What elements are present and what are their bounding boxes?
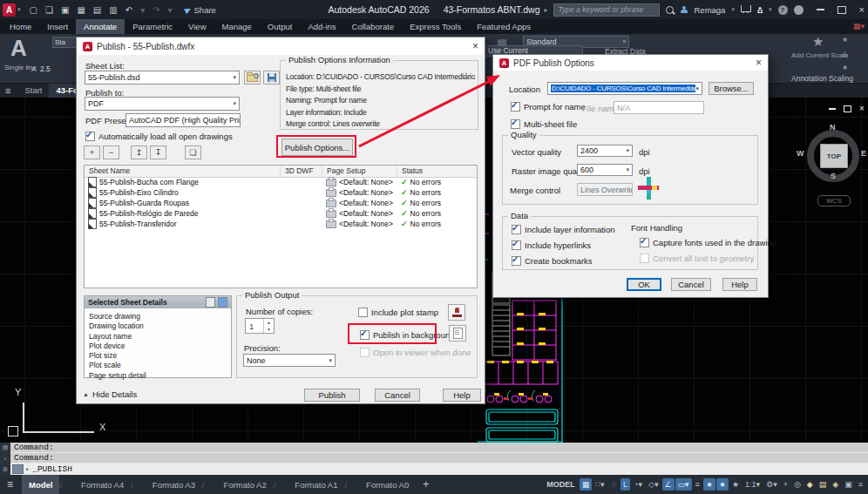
ribbon-tab[interactable]: Featured Apps	[469, 19, 539, 34]
save-icon[interactable]: ▣	[61, 5, 69, 15]
isodraft-icon[interactable]: ◇▾	[646, 478, 661, 491]
raster-quality-select[interactable]: 600▾	[577, 164, 633, 176]
precision-select[interactable]: None▾	[243, 354, 336, 367]
open-icon[interactable]: ❏	[45, 5, 53, 15]
ribbon-tab[interactable]: Annotate	[76, 19, 125, 34]
minimize-button[interactable]	[817, 9, 824, 10]
autodesk-icon[interactable]: ∆	[757, 5, 763, 15]
add-current-scale-icon[interactable]: ★	[812, 34, 824, 50]
pdf-help-button[interactable]: Help	[722, 278, 757, 291]
details-blue-icon[interactable]	[218, 297, 227, 308]
search-icon[interactable]	[666, 6, 674, 14]
ribbon-tab[interactable]: Insert	[39, 19, 76, 34]
new-icon[interactable]: ▢	[30, 5, 37, 15]
drawing-restore-icon[interactable]	[844, 105, 851, 112]
add-sheets-button[interactable]: +	[84, 145, 100, 159]
ribbon-tab[interactable]: Output	[260, 19, 301, 34]
file-tab-menu-icon[interactable]: ≡	[5, 85, 10, 96]
capture-fonts-checkbox[interactable]: Capture fonts used in the drawing	[640, 238, 776, 247]
viewcube-north[interactable]: N	[830, 123, 836, 132]
command-collapse-icon[interactable]: ‹	[4, 456, 6, 462]
ribbon-tab[interactable]: Parametric	[125, 19, 180, 34]
undo-caret-icon[interactable]: ▾	[140, 5, 145, 15]
location-select[interactable]: D:\CUIDADO - CURSOS\Curso CAD Intermediá…	[547, 82, 702, 95]
55-Publish-Eixo Cilindro[interactable]: 55-Publish-Eixo Cilindro <Default: None>…	[85, 187, 477, 198]
hyperlinks-checkbox[interactable]: Include hyperlinks	[512, 240, 591, 250]
hardware-accel-icon[interactable]: ◆	[804, 478, 816, 491]
copy-details-icon[interactable]	[206, 297, 215, 308]
user-name[interactable]: Remaga	[694, 5, 725, 15]
move-sheet-down-button[interactable]: ↧	[150, 145, 166, 159]
command-input[interactable]: ▾ _PUBLISH	[10, 464, 868, 475]
osnap-tracking-icon[interactable]: ∠	[662, 478, 675, 491]
55-Publish-Transferidor[interactable]: 55-Publish-Transferidor <Default: None> …	[85, 219, 477, 229]
file-tab-start[interactable]: Start	[17, 85, 49, 95]
snap-mode-icon[interactable]: ∷▾	[593, 478, 607, 491]
copies-stepper[interactable]: 1 ▲▼	[245, 318, 275, 334]
publish-dialog-titlebar[interactable]: A Publish - 55-Publish.dwfx ×	[77, 37, 485, 55]
command-history-icon[interactable]: ▤	[3, 444, 9, 451]
ribbon-tab[interactable]: Home	[2, 19, 39, 34]
plot-status-icon[interactable]: ▤	[817, 478, 830, 491]
redo-icon[interactable]: ↷	[153, 5, 159, 15]
layout-tab[interactable]: Formato A0	[344, 475, 416, 494]
close-button[interactable]: ×	[859, 4, 865, 15]
pdf-cancel-button[interactable]: Cancel	[671, 278, 711, 291]
layout-tab[interactable]: Formato A1	[274, 475, 345, 494]
layout-tab[interactable]: Formato A2	[202, 475, 274, 494]
prompt-for-name-checkbox[interactable]: Prompt for name	[511, 102, 586, 112]
app-menu-caret-icon[interactable]: ▾	[17, 6, 21, 13]
layout-tab[interactable]: Model	[22, 475, 59, 494]
ribbon-display-icon[interactable]: ▦▾	[853, 22, 865, 30]
pdf-dialog-titlebar[interactable]: A PDF Publish Options ×	[493, 55, 768, 71]
app-menu-button[interactable]: A	[3, 3, 16, 17]
cart-icon[interactable]	[741, 5, 751, 12]
saveas-icon[interactable]: ▦	[77, 5, 85, 15]
ribbon-tab[interactable]: Collaborate	[344, 19, 403, 34]
autoscale-icon[interactable]: ★	[716, 478, 729, 491]
publish-button[interactable]: Publish	[304, 389, 360, 402]
load-sheet-list-button[interactable]	[244, 71, 261, 85]
annotation-visibility-icon[interactable]: ★	[703, 478, 715, 491]
drawing-minimize-icon[interactable]	[829, 108, 836, 110]
multi-sheet-checkbox[interactable]: Multi-sheet file	[511, 119, 577, 129]
save-sheet-list-button[interactable]	[263, 71, 280, 85]
wcs-badge[interactable]: WCS	[817, 195, 851, 206]
browse-button[interactable]: Browse...	[709, 82, 754, 95]
ribbon-tab[interactable]: Manage	[214, 19, 260, 34]
autodesk-caret-icon[interactable]: ▾	[769, 6, 772, 13]
publish-dialog-close-icon[interactable]: ×	[472, 40, 478, 52]
sheet-list-select[interactable]: 55-Publish.dsd▾	[85, 71, 240, 85]
viewcube-top-face[interactable]: TOP	[820, 144, 848, 168]
model-space-label[interactable]: MODEL	[546, 480, 575, 489]
pdf-preset-select[interactable]: AutoCAD PDF (High Quality Print)▾	[125, 113, 241, 127]
viewer-settings-button[interactable]	[449, 325, 466, 342]
stepper-up-icon[interactable]: ▲	[267, 320, 271, 325]
grid-display-icon[interactable]: ▦	[580, 478, 593, 491]
share-button[interactable]: ▶Share	[185, 5, 216, 15]
add-current-scale-button[interactable]: Add Current Scale	[791, 51, 847, 59]
command-tools-icon[interactable]: ⚙	[3, 466, 8, 473]
auto-load-checkbox[interactable]: Automatically load all open drawings	[85, 132, 233, 141]
publish-to-select[interactable]: PDF▾	[85, 97, 240, 111]
merge-control-select[interactable]: Lines Overwrite▾	[577, 183, 633, 196]
object-snap-icon[interactable]: ▭▾	[675, 478, 692, 491]
layer-info-checkbox[interactable]: Include layer information	[512, 225, 615, 234]
55-Publish-Relógio de Parede[interactable]: 55-Publish-Relógio de Parede <Default: N…	[85, 208, 477, 219]
new-layout-button[interactable]: +	[423, 478, 429, 491]
isolate-objects-icon[interactable]: ◎	[791, 478, 804, 491]
hide-details-button[interactable]: ▲ Hide Details	[83, 389, 137, 399]
55-Publish-Bucha com Flange[interactable]: 55-Publish-Bucha com Flange <Default: No…	[85, 177, 477, 187]
ok-button[interactable]: OK	[627, 278, 661, 291]
layout-tab[interactable]: Formato A4	[59, 475, 131, 494]
viewcube-east[interactable]: E	[861, 149, 866, 158]
assistant-icon[interactable]	[794, 5, 804, 15]
search-input[interactable]: Type a keyword or phrase	[553, 3, 660, 17]
polar-tracking-icon[interactable]: ◔▾	[631, 478, 645, 491]
layout-tab[interactable]: Formato A3	[131, 475, 202, 494]
crosshair-icon[interactable]: +	[781, 478, 790, 491]
viewcube-south[interactable]: S	[831, 172, 836, 180]
help-button[interactable]: Help	[443, 389, 481, 402]
viewcube[interactable]: N W E S TOP	[805, 126, 863, 184]
clean-screen-icon[interactable]: ▣	[842, 478, 855, 491]
